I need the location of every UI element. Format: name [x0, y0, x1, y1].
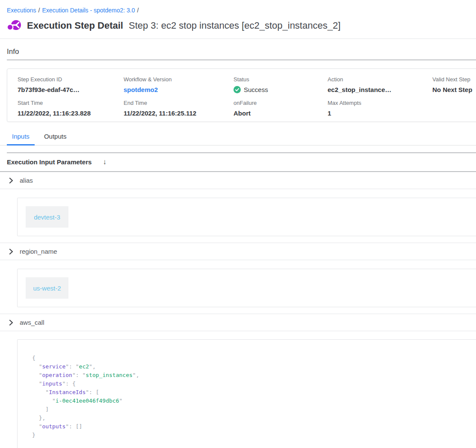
- tab-bar: Inputs Outputs: [0, 128, 476, 145]
- param-panel-region-name: us-west-2: [17, 269, 476, 307]
- tab-inputs[interactable]: Inputs: [7, 128, 35, 145]
- info-heading: Info: [0, 39, 476, 59]
- page-subtitle: Step 3: ec2 stop instances [ec2_stop_ins…: [129, 20, 340, 31]
- field-label: Status: [234, 76, 328, 83]
- breadcrumb: Executions/Execution Details - spotdemo2…: [0, 0, 476, 14]
- field-label: Step Execution ID: [18, 76, 124, 83]
- page-title: Execution Step Detail: [27, 20, 123, 31]
- param-header-aws-call[interactable]: aws_call: [0, 314, 476, 331]
- param-header-region-name[interactable]: region_name: [0, 243, 476, 260]
- field-value: 11/22/2022, 11:16:23.828: [18, 110, 124, 117]
- param-value-chip: us-west-2: [26, 277, 68, 299]
- field-label: Max Attempts: [328, 100, 432, 106]
- params-heading-row: Execution Input Parameters ↓: [0, 153, 476, 171]
- info-card: Step Execution ID 7b73f93e-edaf-47c… Wor…: [7, 68, 476, 122]
- workflow-logo-icon: [7, 19, 21, 32]
- success-check-icon: [234, 86, 241, 93]
- info-divider: [7, 59, 476, 60]
- field-value: Abort: [234, 110, 328, 117]
- field-label: Action: [328, 76, 432, 83]
- chevron-right-icon: [9, 178, 13, 184]
- field-value: 7b73f93e-edaf-47c…: [18, 86, 124, 93]
- field-label: Valid Next Step: [432, 76, 476, 83]
- field-action: Action ec2_stop_instance…: [328, 76, 432, 94]
- section-divider: [0, 331, 476, 331]
- field-label: End Time: [124, 100, 234, 106]
- field-label: Start Time: [18, 100, 124, 106]
- param-name: aws_call: [20, 319, 44, 326]
- field-label: onFailure: [234, 100, 328, 106]
- breadcrumb-separator: /: [38, 7, 40, 14]
- breadcrumb-link-execution-details[interactable]: Execution Details - spotdemo2: 3.0: [42, 7, 135, 14]
- field-valid-next-step: Valid Next Step No Next Step: [432, 76, 476, 94]
- params-heading: Execution Input Parameters: [7, 158, 92, 166]
- breadcrumb-separator: /: [137, 7, 139, 14]
- breadcrumb-link-executions[interactable]: Executions: [7, 7, 36, 14]
- field-status: Status Success: [234, 76, 328, 94]
- field-workflow-version: Workflow & Version spotdemo2: [124, 76, 234, 94]
- field-value: ec2_stop_instance…: [328, 86, 432, 93]
- chevron-right-icon: [9, 320, 13, 326]
- page-header: Execution Step Detail Step 3: ec2 stop i…: [0, 14, 476, 39]
- field-max-attempts: Max Attempts 1: [328, 100, 432, 117]
- section-divider: [0, 260, 476, 260]
- section-divider: [0, 189, 476, 189]
- field-start-time: Start Time 11/22/2022, 11:16:23.828: [18, 100, 124, 117]
- param-header-alias[interactable]: alias: [0, 172, 476, 189]
- arrow-down-icon[interactable]: ↓: [103, 158, 106, 166]
- tab-outputs[interactable]: Outputs: [39, 128, 72, 145]
- field-label: Workflow & Version: [124, 76, 234, 83]
- json-code-block: { "service": "ec2", "operation": "stop_i…: [32, 354, 468, 439]
- field-value: No Next Step: [432, 86, 476, 93]
- field-step-execution-id: Step Execution ID 7b73f93e-edaf-47c…: [18, 76, 124, 94]
- param-name: alias: [20, 177, 33, 184]
- workflow-link[interactable]: spotdemo2: [124, 86, 158, 93]
- param-panel-aws-call: { "service": "ec2", "operation": "stop_i…: [17, 339, 476, 448]
- param-value-chip: devtest-3: [26, 206, 68, 228]
- param-name: region_name: [20, 248, 57, 255]
- field-value: 1: [328, 110, 432, 117]
- field-value: 11/22/2022, 11:16:25.112: [124, 110, 234, 117]
- field-onfailure: onFailure Abort: [234, 100, 328, 117]
- chevron-right-icon: [9, 249, 13, 255]
- param-panel-alias: devtest-3: [17, 198, 476, 236]
- field-end-time: End Time 11/22/2022, 11:16:25.112: [124, 100, 234, 117]
- status-badge: Success: [244, 86, 268, 93]
